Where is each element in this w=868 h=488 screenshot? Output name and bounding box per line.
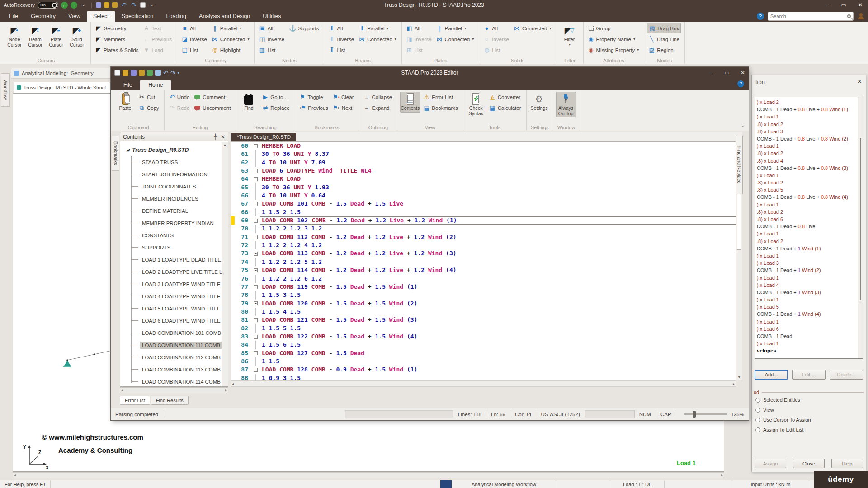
option-use-cursor-to-assign[interactable]: Use Cursor To Assign [754, 415, 864, 425]
minimize-button[interactable]: ─ [826, 2, 830, 8]
user-account-icon[interactable] [857, 13, 864, 20]
tree-item-staad-truss[interactable]: STAAD TRUSS [120, 156, 222, 168]
open-folder-icon[interactable] [123, 70, 128, 76]
add-button[interactable]: Add... [755, 370, 788, 380]
fold-toggle-icon[interactable]: − [254, 301, 258, 305]
clear-button[interactable]: ⚑▪Clear [331, 92, 355, 102]
inverse-button[interactable]: IInverse [327, 34, 355, 44]
radio-icon[interactable] [755, 418, 760, 422]
previous-button[interactable]: ←Previous [142, 34, 173, 44]
dialog-list-item[interactable]: COMB - 1 Dead + 0.8 Live [757, 223, 862, 230]
tab-error-list[interactable]: Error List [120, 396, 150, 405]
code-line-60[interactable]: 60−MEMBER LOAD [231, 142, 736, 150]
dialog-list-item[interactable]: COMB - 1 Dead + 0.8 Live + 0.8 Wind (3) [757, 164, 862, 172]
inverse-button[interactable]: ○Inverse [482, 34, 510, 44]
redo-button[interactable]: ↷Redo [167, 103, 191, 113]
chevron-down-icon[interactable]: ▾ [80, 1, 87, 9]
supports-button[interactable]: ⚓Supports [288, 23, 320, 33]
dialog-list-item[interactable]: ) x Load 1 [757, 318, 862, 325]
missing-property-button[interactable]: ◉Missing Property▾ [586, 45, 641, 55]
code-line-79[interactable]: 79−LOAD COMB 120 COMB - 1.5 Dead + 1.5 W… [231, 300, 736, 308]
dialog-list-item[interactable]: ) x Load 1 [757, 296, 862, 303]
inverse-button[interactable]: ◨Inverse [405, 34, 433, 44]
fold-toggle-icon[interactable]: − [254, 202, 258, 206]
menu-tab-view[interactable]: View [62, 11, 87, 22]
plates-solids-button[interactable]: ◤Plates & Solids [94, 45, 140, 55]
connected-button[interactable]: ⋈Connected▾ [210, 34, 251, 44]
editor-maximize-button[interactable]: ▭ [725, 70, 730, 76]
fold-toggle-icon[interactable]: − [254, 285, 258, 289]
option-assign-to-edit-list[interactable]: Assign To Edit List [754, 425, 864, 435]
load-button[interactable]: ▼Load [142, 45, 173, 55]
code-line-65[interactable]: 6530 TO 36 UNI Y 1.93 [231, 183, 736, 192]
back-circle-icon[interactable]: ← [61, 2, 68, 9]
dialog-list-item[interactable]: .8) x Load 2 [757, 238, 862, 245]
dialog-list-item[interactable]: ) x Load 1 [757, 274, 862, 282]
ribbon-collapse-icon[interactable]: ⌃ [741, 125, 745, 130]
code-line-73[interactable]: 73−LOAD COMB 113 COMB - 1.2 Dead + 1.2 L… [231, 249, 736, 258]
menu-tab-analysis-and-design[interactable]: Analysis and Design [193, 11, 256, 22]
editor-close-button[interactable]: ✕ [741, 70, 745, 76]
fold-toggle-icon[interactable]: − [254, 318, 258, 322]
dialog-list-item[interactable]: ) x Load 1 [757, 142, 862, 150]
group-button[interactable]: Group [586, 23, 641, 33]
list-button[interactable]: IList [327, 45, 355, 55]
folder-icon[interactable] [139, 70, 145, 76]
dialog-list-item[interactable]: .8) x Load 6 [757, 216, 862, 223]
previous-button[interactable]: ◂⚑Previous [298, 103, 330, 113]
contents-close-icon[interactable]: ✕ [221, 134, 225, 140]
dialog-list-item[interactable]: ) x Load 3 [757, 259, 862, 267]
next-button[interactable]: ⚑▸Next [331, 103, 355, 113]
toggle-button[interactable]: ⚑Toggle [298, 92, 330, 102]
fold-toggle-icon[interactable]: − [254, 177, 258, 181]
code-line-70[interactable]: 701 1.2 2 1.2 3 1.2 [231, 225, 736, 233]
dialog-list-item[interactable]: velopes [757, 347, 862, 354]
calculator-button[interactable]: ▦Calculator [488, 103, 523, 113]
bookmarks-button[interactable]: ▤Bookmarks [422, 103, 459, 113]
editor-help-icon[interactable]: ? [737, 80, 744, 87]
dialog-list-item[interactable]: .8) x Load 4 [757, 157, 862, 164]
check-syntax-button[interactable]: Check Syntax [466, 92, 486, 117]
edit-button[interactable]: Edit ... [792, 370, 826, 380]
code-line-69[interactable]: 69−LOAD COMB 102 COMB - 1.2 Dead + 1.2 L… [231, 216, 736, 225]
list-button[interactable]: ⊞List [405, 45, 433, 55]
all-button[interactable]: IAll [327, 23, 355, 33]
toolbar-item[interactable]: Geometry [71, 70, 94, 76]
drag-box-button[interactable]: ▧Drag Box [647, 23, 681, 33]
find-and-replace-tab[interactable]: Find and Replace [736, 136, 743, 194]
solid-cursor-button[interactable]: ◤◆Solid Cursor [67, 23, 87, 49]
code-line-85[interactable]: 85−LOAD COMB 127 COMB - 1.5 Dead [231, 349, 736, 357]
expand-button[interactable]: ≡Expand [362, 103, 393, 113]
paste-button[interactable]: Paste [115, 92, 135, 113]
load-combination-list[interactable]: ) x Load 2COMB - 1 Dead + 0.8 Live + 0.8… [755, 97, 863, 359]
radio-icon[interactable] [755, 398, 760, 403]
code-line-61[interactable]: 6130 TO 36 UNI Y 8.37 [231, 150, 736, 158]
plate-cursor-button[interactable]: ◤▰Plate Cursor [46, 23, 66, 49]
dialog-list-item[interactable]: ) x Load 6 [757, 325, 862, 333]
code-line-72[interactable]: 721 1.2 2 1.2 4 1.2 [231, 241, 736, 249]
undo-button[interactable]: ↶Undo [167, 92, 191, 102]
all-button[interactable]: ▣All [257, 23, 286, 33]
dialog-list-item[interactable]: ) x Load 1 [757, 201, 862, 208]
fold-toggle-icon[interactable]: − [254, 252, 258, 256]
forward-circle-icon[interactable]: → [71, 2, 77, 9]
bookmarks-side-tab[interactable]: Bookmarks [112, 136, 119, 171]
filter-button[interactable]: ◤▽Filter▾ [560, 23, 580, 48]
fold-toggle-icon[interactable]: − [254, 368, 258, 372]
tree-item-load-combination-111-comb[interactable]: LOAD COMBINATION 111 COMB [120, 339, 222, 351]
dialog-list-item[interactable]: ) x Load 1 [757, 113, 862, 120]
parallel-button[interactable]: ∥Parallel▾ [210, 23, 251, 33]
save-icon[interactable] [96, 2, 101, 8]
contents-tree-scrollbar[interactable]: ▲ [222, 142, 228, 386]
code-line-62[interactable]: 624 TO 10 UNI Y 7.09 [231, 159, 736, 167]
code-line-75[interactable]: 75−LOAD COMB 114 COMB - 1.2 Dead + 1.2 L… [231, 266, 736, 274]
document-tab[interactable]: Truss Design_R0.STD - Whole Struct [14, 82, 111, 93]
menu-tab-file[interactable]: File [3, 11, 24, 22]
help-button[interactable]: Help [831, 459, 863, 468]
list-button[interactable]: ◍List [482, 45, 510, 55]
search-input[interactable] [770, 14, 847, 19]
property-name-button[interactable]: ◉Property Name▾ [586, 34, 641, 44]
save-icon[interactable] [131, 70, 137, 76]
tree-item-member-property-indian[interactable]: MEMBER PROPERTY INDIAN [120, 217, 222, 229]
dialog-list-item[interactable]: COMB - 1 Dead + 0.8 Live + 0.8 Wind (4) [757, 193, 862, 201]
